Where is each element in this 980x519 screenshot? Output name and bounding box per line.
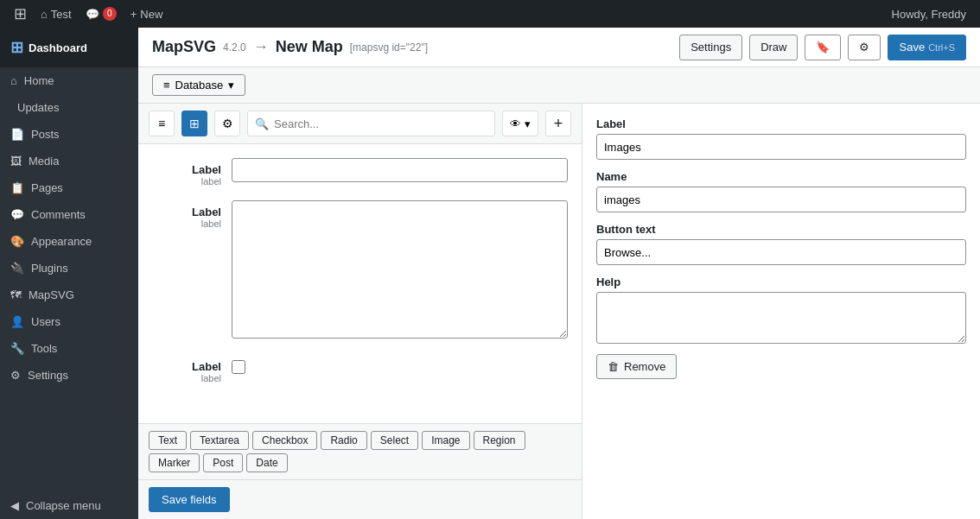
sidebar-item-comments[interactable]: 💬 Comments <box>0 201 138 228</box>
sidebar-item-label: Appearance <box>31 235 92 248</box>
sub-toolbar: ≡ Database ▾ <box>138 67 980 104</box>
sidebar-item-tools[interactable]: 🔧 Tools <box>0 335 138 362</box>
settings-button[interactable]: Settings <box>679 35 742 60</box>
sidebar-item-label: Updates <box>17 101 59 114</box>
plus-icon: + <box>130 8 137 21</box>
sidebar-item-pages[interactable]: 📋 Pages <box>0 174 138 201</box>
grid-view-button[interactable]: ⊞ <box>181 111 207 136</box>
posts-icon: 📄 <box>10 128 24 141</box>
field-type-radio[interactable]: Radio <box>321 431 366 450</box>
list-view-button[interactable]: ≡ <box>149 111 175 136</box>
field-types-row: Text Textarea Checkbox Radio Select Imag… <box>138 423 582 479</box>
sidebar-item-label: Pages <box>31 181 63 194</box>
field-type-marker[interactable]: Marker <box>149 453 200 472</box>
sidebar-item-appearance[interactable]: 🎨 Appearance <box>0 228 138 255</box>
right-help-textarea[interactable] <box>596 292 966 344</box>
chevron-down-icon: ▾ <box>228 79 234 92</box>
field-row-1: Label label <box>152 158 568 187</box>
search-input[interactable] <box>274 117 487 130</box>
right-name-group: Name <box>596 170 966 212</box>
sidebar-item-collapse[interactable]: ◀ Collapse menu <box>0 492 138 519</box>
form-scroll-area: Label label Label label <box>138 144 582 423</box>
field-settings-button[interactable]: ⚙ <box>214 111 240 136</box>
eye-icon: 👁 <box>510 117 521 130</box>
field-type-checkbox[interactable]: Checkbox <box>252 431 317 450</box>
map-id-label: [mapsvg id="22"] <box>350 41 428 54</box>
sidebar-item-label: Media <box>29 155 59 168</box>
sidebar-item-label: Settings <box>28 369 68 382</box>
sidebar-item-users[interactable]: 👤 Users <box>0 308 138 335</box>
sidebar-item-label: Users <box>31 315 60 328</box>
sidebar-item-mapsvg[interactable]: 🗺 MapSVG <box>0 282 138 308</box>
collapse-icon: ◀ <box>10 499 19 512</box>
add-field-button[interactable]: + <box>545 111 571 136</box>
right-label-input[interactable] <box>596 134 966 160</box>
howdy-user[interactable]: Howdy, Freddy <box>885 0 973 28</box>
save-fields-button[interactable]: Save fields <box>149 487 230 512</box>
sidebar-item-updates[interactable]: Updates <box>0 94 138 121</box>
save-fields-row: Save fields <box>138 479 582 519</box>
mapsvg-version: 4.2.0 <box>223 41 246 54</box>
list-view-icon: ≡ <box>158 117 165 130</box>
field-input-1[interactable] <box>232 158 568 182</box>
site-name-btn[interactable]: ⌂ Test <box>34 0 79 28</box>
dashboard-header[interactable]: ⊞ Dashboard <box>0 28 138 67</box>
sidebar-item-media[interactable]: 🖼 Media <box>0 148 138 174</box>
field-row-2: Label label <box>152 200 568 341</box>
new-content-btn[interactable]: + New <box>124 0 170 28</box>
field-type-image[interactable]: Image <box>422 431 469 450</box>
users-icon: 👤 <box>10 315 24 328</box>
save-shortcut: Ctrl+S <box>928 42 955 53</box>
search-icon: 🔍 <box>255 117 269 130</box>
tune-button[interactable]: ⚙ <box>848 35 881 60</box>
sidebar-item-home[interactable]: ⌂ Home <box>0 67 138 94</box>
comment-count-badge: 0 <box>103 7 117 21</box>
field-type-text[interactable]: Text <box>149 431 187 450</box>
field-checkbox-3[interactable] <box>232 360 245 374</box>
tools-icon: 🔧 <box>10 342 24 355</box>
search-box: 🔍 <box>247 111 495 136</box>
chevron-down-icon: ▾ <box>525 117 531 130</box>
field-label-3: Label <box>192 360 221 373</box>
field-type-date[interactable]: Date <box>246 453 287 472</box>
sidebar-item-label: Tools <box>31 342 57 355</box>
sidebar-item-label: MapSVG <box>29 288 74 301</box>
right-label-heading: Label <box>596 117 966 130</box>
bookmark-icon: 🔖 <box>816 41 830 54</box>
sidebar: ⊞ Dashboard ⌂ Home Updates 📄 Posts 🖼 Med… <box>0 28 138 519</box>
right-name-heading: Name <box>596 170 966 183</box>
page-title: MapSVG 4.2.0 → New Map [mapsvg id="22"] <box>152 38 428 56</box>
field-type-select[interactable]: Select <box>371 431 418 450</box>
content-area: ≡ ⊞ ⚙ 🔍 👁 ▾ <box>138 104 980 519</box>
field-type-region[interactable]: Region <box>474 431 525 450</box>
sidebar-item-posts[interactable]: 📄 Posts <box>0 121 138 148</box>
comments-icon: 💬 <box>10 208 24 221</box>
sidebar-item-plugins[interactable]: 🔌 Plugins <box>0 255 138 282</box>
sidebar-item-label: Plugins <box>31 262 68 275</box>
field-type-textarea[interactable]: Textarea <box>190 431 249 450</box>
right-name-input[interactable] <box>596 187 966 212</box>
field-type-post[interactable]: Post <box>203 453 243 472</box>
form-panel: ≡ ⊞ ⚙ 🔍 👁 ▾ <box>138 104 582 519</box>
remove-button[interactable]: 🗑 Remove <box>596 354 677 379</box>
pages-icon: 📋 <box>10 181 24 194</box>
draw-button[interactable]: Draw <box>749 35 798 60</box>
right-panel: Label Name Button text Help <box>582 104 980 519</box>
right-button-text-heading: Button text <box>596 223 966 236</box>
visibility-toggle[interactable]: 👁 ▾ <box>502 111 538 136</box>
save-button[interactable]: Save Ctrl+S <box>888 35 966 60</box>
field-sublabel-3: label <box>201 373 221 383</box>
plugins-icon: 🔌 <box>10 262 24 275</box>
site-name-label: Test <box>51 8 72 21</box>
arrow-separator: → <box>253 38 269 56</box>
comments-btn[interactable]: 💬 0 <box>79 0 124 28</box>
sidebar-item-settings[interactable]: ⚙ Settings <box>0 362 138 389</box>
field-textarea-2[interactable] <box>232 200 568 339</box>
field-sublabel-2: label <box>201 218 221 229</box>
right-button-text-input[interactable] <box>596 239 966 265</box>
sidebar-item-label: Collapse menu <box>26 499 101 512</box>
wp-logo-btn[interactable]: ⊞ <box>7 0 34 28</box>
database-dropdown[interactable]: ≡ Database ▾ <box>152 74 245 96</box>
sidebar-item-label: Posts <box>31 128 60 141</box>
bookmark-button[interactable]: 🔖 <box>805 35 841 60</box>
